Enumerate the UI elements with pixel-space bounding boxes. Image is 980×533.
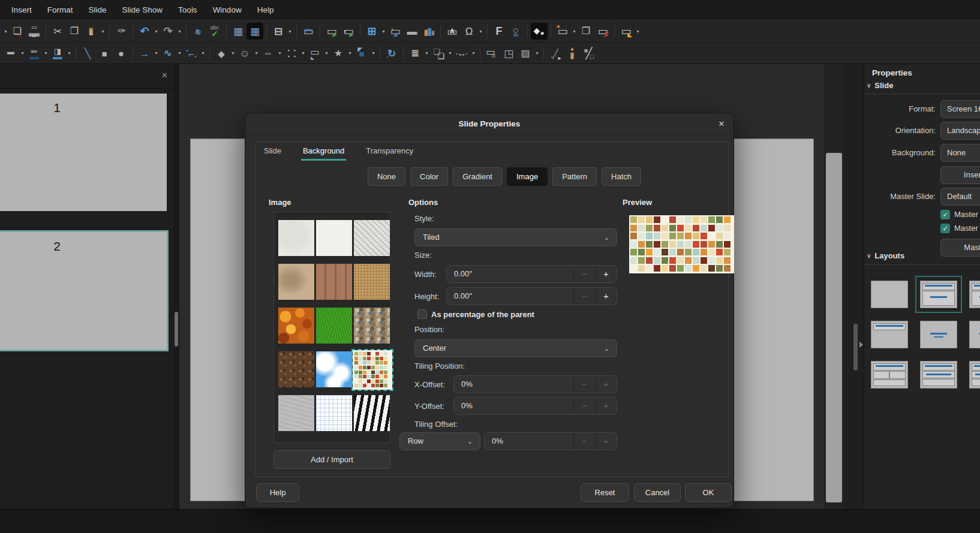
print-button[interactable]: ▭▬▭ bbox=[26, 23, 43, 40]
x-offset-decrement-button[interactable]: − bbox=[573, 376, 595, 393]
close-icon[interactable]: ✕ bbox=[161, 71, 168, 80]
edit-points-button[interactable]: ╱▪▸ bbox=[547, 45, 564, 62]
special-character-button[interactable]: Ω bbox=[461, 23, 477, 40]
ok-button[interactable]: OK bbox=[685, 483, 732, 502]
close-icon[interactable]: ✕ bbox=[716, 119, 727, 130]
slide-layout-button[interactable]: ▭◣ bbox=[618, 23, 635, 40]
cancel-button[interactable]: Cancel bbox=[634, 483, 681, 502]
image-swatch-wood[interactable] bbox=[316, 264, 352, 300]
type-button-none[interactable]: None bbox=[368, 167, 405, 186]
special-character-dropdown[interactable]: ▾ bbox=[477, 29, 484, 34]
image-swatch-color-mosaic[interactable] bbox=[354, 351, 391, 389]
star-shapes-dropdown[interactable]: ▾ bbox=[347, 50, 353, 56]
image-swatch-autumn-leaves[interactable] bbox=[278, 308, 314, 344]
menu-window[interactable]: Window bbox=[205, 0, 249, 20]
insert-text-frame-button[interactable]: ▬ bbox=[404, 23, 420, 40]
find-replace-button[interactable]: ○a bbox=[190, 23, 206, 40]
connector-dropdown[interactable]: ▾ bbox=[200, 50, 206, 56]
menu-format[interactable]: Format bbox=[40, 0, 81, 20]
line-style-button[interactable]: ━ bbox=[2, 45, 19, 62]
type-button-pattern[interactable]: Pattern bbox=[552, 167, 597, 186]
align-objects-dropdown[interactable]: ▾ bbox=[423, 50, 430, 56]
sidebar-collapse-icon[interactable] bbox=[859, 342, 863, 348]
start-first-slide-button[interactable]: ▭▶ bbox=[323, 23, 340, 40]
menu-tools[interactable]: Tools bbox=[170, 0, 205, 20]
grid-button[interactable]: ▦ bbox=[230, 23, 246, 40]
height-increment-button[interactable]: + bbox=[595, 288, 617, 305]
flowchart-dropdown[interactable]: ▾ bbox=[300, 50, 306, 56]
sidebar-splitter[interactable] bbox=[844, 64, 864, 509]
start-current-slide-button[interactable]: ▭▮▶ bbox=[340, 23, 357, 40]
redo-dropdown[interactable]: ▾ bbox=[176, 29, 183, 34]
spelling-button[interactable]: abc✓ bbox=[206, 23, 223, 40]
align-objects-button[interactable]: ≣ bbox=[407, 45, 423, 62]
layout-option-title-rows-8[interactable] bbox=[969, 361, 980, 389]
ellipse-button[interactable]: ● bbox=[113, 45, 130, 62]
star-shapes-button[interactable]: ★ bbox=[330, 45, 347, 62]
line-color-button[interactable]: ✏ bbox=[26, 45, 43, 62]
height-decrement-button[interactable]: − bbox=[573, 288, 595, 305]
tiling-offset-increment-button[interactable]: + bbox=[595, 433, 617, 450]
slides-panel-scrollbar[interactable] bbox=[173, 64, 179, 509]
layout-option-title-content-1[interactable] bbox=[920, 281, 957, 308]
image-swatch-crumpled-paper[interactable] bbox=[354, 220, 390, 256]
new-slide-dropdown[interactable]: ▾ bbox=[571, 29, 578, 34]
type-button-color[interactable]: Color bbox=[410, 167, 448, 186]
symbol-shapes-button[interactable]: ☺ bbox=[236, 45, 253, 62]
rotate-button[interactable]: ↻▫ bbox=[383, 45, 400, 62]
image-swatch-graph-paper[interactable] bbox=[316, 395, 352, 431]
arrange-dropdown[interactable]: ▾ bbox=[447, 50, 453, 56]
rectangle-button[interactable]: ■ bbox=[96, 45, 113, 62]
layout-option-title-two-content-6[interactable] bbox=[871, 361, 908, 389]
type-button-gradient[interactable]: Gradient bbox=[453, 167, 502, 186]
arrange-button[interactable]: ❏❏ bbox=[430, 45, 447, 62]
tab-transparency[interactable]: Transparency bbox=[364, 143, 415, 161]
paste-dropdown[interactable]: ▾ bbox=[100, 29, 106, 34]
width-increment-button[interactable]: + bbox=[595, 266, 617, 282]
duplicate-slide-button[interactable]: ❐ bbox=[578, 23, 594, 40]
undo-button[interactable]: ↶ bbox=[136, 23, 153, 40]
background-dropdown[interactable]: None bbox=[940, 144, 980, 162]
fontwork-button[interactable]: F bbox=[491, 23, 507, 40]
basic-shapes-button[interactable]: ◆ bbox=[213, 45, 230, 62]
tiling-offset-field[interactable]: 0% − + bbox=[484, 432, 617, 450]
help-button[interactable]: Help bbox=[256, 483, 299, 502]
undo-dropdown[interactable]: ▾ bbox=[153, 29, 160, 34]
sidebar-scrollbar-handle[interactable] bbox=[853, 324, 858, 371]
master-slide-dropdown[interactable]: Default bbox=[940, 188, 980, 206]
image-swatch-brown-paper[interactable] bbox=[278, 264, 314, 300]
delete-slide-button[interactable]: ▭✗ bbox=[594, 23, 611, 40]
layout-option-title-rows-7[interactable] bbox=[920, 361, 957, 389]
width-field[interactable]: 0.00″ − + bbox=[446, 265, 617, 283]
shadow-button[interactable]: ■▭ bbox=[483, 45, 500, 62]
callout-shapes-dropdown[interactable]: ▾ bbox=[323, 50, 330, 56]
master-objects-checkbox[interactable]: ✓ bbox=[940, 224, 950, 233]
orientation-dropdown[interactable]: Landscape bbox=[940, 122, 980, 140]
image-filter-dropdown[interactable]: ▾ bbox=[534, 50, 540, 56]
redo-button[interactable]: ↷ bbox=[160, 23, 176, 40]
scrollbar-handle[interactable] bbox=[826, 153, 842, 502]
new-dropdown-dropdown[interactable]: ▾ bbox=[2, 29, 9, 34]
3d-objects-button[interactable]: ■◤ bbox=[353, 45, 370, 62]
tiling-offset-decrement-button[interactable]: − bbox=[573, 433, 595, 450]
height-field[interactable]: 0.00″ − + bbox=[446, 287, 617, 305]
image-filter-button[interactable]: ▨ bbox=[517, 45, 534, 62]
slide-section-header[interactable]: ∨ Slide bbox=[867, 81, 893, 90]
layout-option-centered-text-4[interactable] bbox=[920, 321, 957, 348]
lines-arrows-button[interactable]: → bbox=[136, 45, 153, 62]
image-swatch-grass[interactable] bbox=[316, 308, 352, 344]
fill-color-button[interactable]: ◨ bbox=[49, 45, 66, 62]
block-arrows-dropdown[interactable]: ▾ bbox=[276, 50, 283, 56]
callout-shapes-button[interactable]: ▭◣ bbox=[306, 45, 323, 62]
crop-image-button[interactable]: ◳ bbox=[500, 45, 517, 62]
canvas-scrollbar[interactable] bbox=[824, 64, 844, 509]
insert-table-dropdown[interactable]: ▾ bbox=[380, 29, 387, 34]
scrollbar-handle[interactable] bbox=[175, 312, 178, 347]
y-offset-field[interactable]: 0% − + bbox=[453, 397, 617, 415]
tiling-offset-mode-dropdown[interactable]: Row ⌄ bbox=[399, 432, 480, 450]
insert-chart-button[interactable]: ▮▮▮ bbox=[420, 23, 437, 40]
distribute-button[interactable]: ↔▪▪ bbox=[453, 45, 470, 62]
image-swatch-zebra[interactable] bbox=[354, 395, 390, 431]
snap-guides-button[interactable]: ▦● bbox=[246, 23, 263, 40]
menu-slide-show[interactable]: Slide Show bbox=[115, 0, 171, 20]
